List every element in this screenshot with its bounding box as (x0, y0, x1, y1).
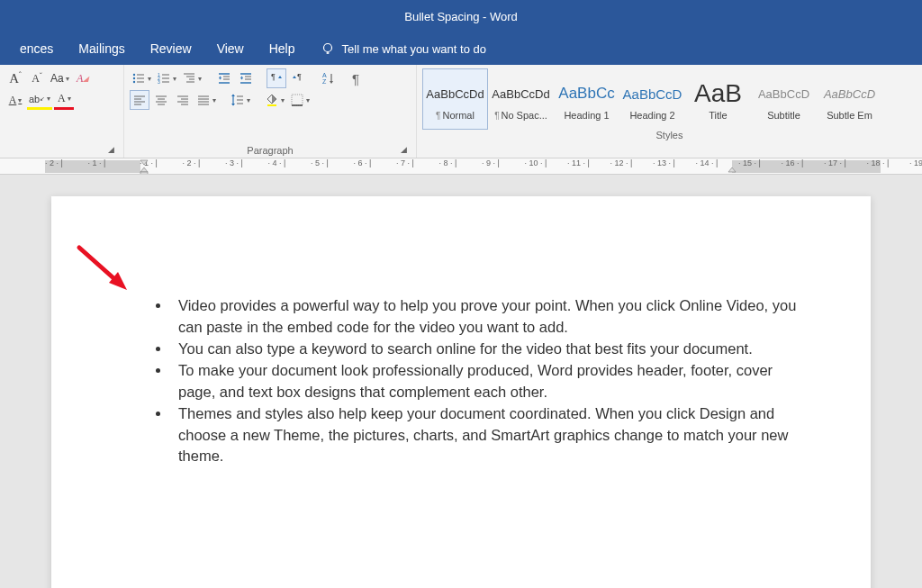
show-hide-marks-button[interactable]: ¶ (346, 68, 366, 88)
styles-group: AaBbCcDd¶NormalAaBbCcDd¶No Spac...AaBbCc… (417, 65, 922, 158)
style-preview: AaBbCcD (824, 77, 875, 110)
svg-marker-33 (293, 76, 296, 78)
indent-marker-icon[interactable] (140, 158, 149, 175)
style-heading-2[interactable]: AaBbCcDHeading 2 (619, 68, 685, 130)
increase-indent-button[interactable] (236, 68, 256, 88)
document-area: Video provides a powerful way to help yo… (0, 175, 922, 588)
titlebar: Bullet Spacing - Word (0, 0, 922, 32)
svg-text:¶: ¶ (297, 72, 302, 81)
align-left-button[interactable] (130, 90, 149, 110)
bullet-list[interactable]: Video provides a powerful way to help yo… (155, 295, 808, 467)
svg-marker-67 (728, 167, 736, 172)
list-item[interactable]: Themes and styles also help keep your do… (171, 403, 808, 468)
svg-marker-69 (109, 272, 127, 290)
svg-marker-38 (330, 81, 333, 84)
style-name-label: Subtle Em (827, 110, 872, 121)
tell-me-search[interactable]: Tell me what you want to do (308, 34, 499, 63)
align-right-button[interactable] (173, 90, 193, 110)
style-preview: AaBbCcD (758, 77, 809, 110)
svg-rect-61 (267, 104, 276, 106)
bullets-button[interactable]: ▾ (130, 68, 153, 88)
svg-rect-62 (292, 95, 303, 105)
style-subtitle[interactable]: AaBbCcDSubtitle (751, 68, 817, 130)
style-title[interactable]: AaBTitle (685, 68, 751, 130)
shrink-font-button[interactable]: Aˇ (27, 68, 47, 88)
menubar: ences Mailings Review View Help Tell me … (0, 32, 922, 65)
ribbon: Aˆ Aˇ Aa▾ A◢ A▾ ab↙▾ A▾ ◢ ▾ 123▾ ▾ (0, 65, 922, 158)
list-item[interactable]: To make your document look professionall… (171, 360, 808, 403)
svg-text:A: A (322, 72, 327, 78)
style-preview: AaB (694, 77, 742, 110)
change-case-button[interactable]: Aa▾ (49, 68, 71, 88)
tab-references-partial[interactable]: ences (7, 34, 66, 63)
highlight-button[interactable]: ab↙▾ (27, 90, 52, 110)
svg-marker-24 (219, 78, 221, 80)
numbering-button[interactable]: 123▾ (155, 68, 178, 88)
svg-marker-56 (231, 95, 235, 97)
styles-group-label: Styles (422, 130, 917, 142)
style-subtle-em[interactable]: AaBbCcDSubtle Em (817, 68, 882, 130)
style-heading-1[interactable]: AaBbCcHeading 1 (554, 68, 619, 130)
font-dialog-launcher-icon[interactable]: ◢ (105, 145, 116, 156)
horizontal-ruler[interactable]: · 2 · | · 1 · | · 1 · | · 2 · | · 3 · | … (0, 158, 922, 175)
svg-marker-29 (240, 77, 243, 78)
align-center-button[interactable] (151, 90, 171, 110)
svg-text:Z: Z (322, 78, 327, 85)
line-spacing-button[interactable]: ▾ (229, 90, 252, 110)
paragraph-group: ▾ 123▾ ▾ ¶ ¶ AZ ¶ ▾ ▾ (124, 65, 417, 158)
style-name-label: Title (709, 110, 727, 121)
svg-point-0 (323, 44, 331, 52)
grow-font-button[interactable]: Aˆ (5, 68, 25, 88)
font-group-label: ◢ (5, 156, 118, 158)
style-preview: AaBbCcDd (492, 77, 549, 110)
svg-text:3: 3 (158, 79, 160, 85)
ltr-direction-button[interactable]: ¶ (267, 68, 286, 88)
justify-button[interactable]: ▾ (194, 90, 218, 110)
lightbulb-icon (321, 41, 335, 56)
clear-formatting-button[interactable]: A◢ (73, 68, 93, 88)
svg-marker-57 (231, 104, 235, 106)
tab-review[interactable]: Review (138, 34, 204, 63)
svg-marker-23 (219, 77, 221, 78)
styles-gallery[interactable]: AaBbCcDd¶NormalAaBbCcDd¶No Spac...AaBbCc… (422, 68, 917, 130)
annotation-arrow-icon (75, 243, 138, 297)
rtl-direction-button[interactable]: ¶ (288, 68, 308, 88)
svg-point-4 (133, 77, 135, 79)
svg-text:¶: ¶ (271, 72, 276, 81)
tab-view[interactable]: View (204, 34, 257, 63)
style-normal[interactable]: AaBbCcDd¶Normal (422, 68, 488, 130)
style-name-label: Heading 2 (629, 110, 674, 121)
style-preview: AaBbCcDd (426, 77, 484, 110)
svg-marker-64 (140, 160, 148, 165)
underline-button[interactable]: A▾ (5, 90, 25, 110)
tab-mailings[interactable]: Mailings (66, 34, 137, 63)
borders-button[interactable]: ▾ (288, 90, 312, 110)
svg-point-5 (133, 81, 135, 83)
paragraph-group-label: Paragraph ◢ (130, 145, 411, 158)
svg-marker-30 (240, 78, 243, 80)
list-item[interactable]: Video provides a powerful way to help yo… (171, 295, 808, 339)
svg-line-68 (79, 248, 120, 284)
font-group: Aˆ Aˇ Aa▾ A◢ A▾ ab↙▾ A▾ ◢ (0, 65, 124, 158)
multilevel-list-button[interactable]: ▾ (180, 68, 203, 88)
style-preview: AaBbCcD (623, 77, 682, 110)
page[interactable]: Video provides a powerful way to help yo… (51, 196, 871, 588)
style-name-label: Heading 1 (564, 110, 609, 121)
ruler-scale: · 2 · | · 1 · | · 1 · | · 2 · | · 3 · | … (45, 158, 922, 174)
svg-point-3 (133, 74, 135, 76)
style-preview: AaBbCc (558, 77, 614, 110)
style-no-spac-[interactable]: AaBbCcDd¶No Spac... (488, 68, 554, 130)
sort-button[interactable]: AZ (319, 68, 339, 88)
paragraph-dialog-launcher-icon[interactable]: ◢ (398, 145, 409, 156)
style-name-label: Subtitle (767, 110, 800, 121)
svg-marker-32 (278, 76, 282, 78)
style-name-label: ¶Normal (436, 110, 475, 121)
decrease-indent-button[interactable] (214, 68, 234, 88)
svg-rect-66 (140, 172, 148, 175)
tab-help[interactable]: Help (257, 34, 308, 63)
font-color-button[interactable]: A▾ (54, 90, 74, 110)
shading-button[interactable]: ▾ (263, 90, 286, 110)
list-item[interactable]: You can also type a keyword to search on… (171, 339, 808, 360)
right-indent-marker-icon[interactable] (728, 158, 737, 175)
style-name-label: ¶No Spac... (494, 110, 547, 121)
